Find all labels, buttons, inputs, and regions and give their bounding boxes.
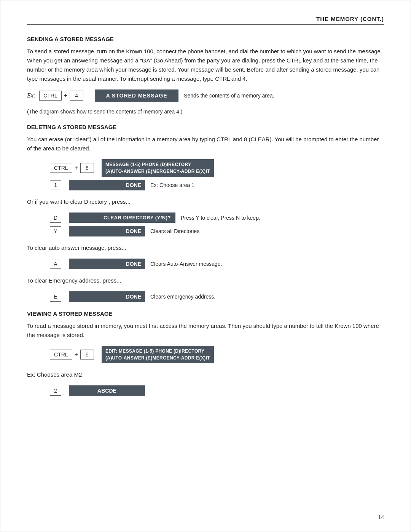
done-note-4: Clears emergency address. bbox=[150, 294, 215, 300]
ctrl5-group: CTRL + 5 EDIT: MESSAGE (1-5) PHONE (D)IR… bbox=[27, 346, 384, 363]
e-key: E bbox=[50, 292, 61, 302]
key2-group: 2 ABCDE bbox=[27, 385, 384, 396]
ctrl8-row: CTRL + 8 MESSAGE (1-5) PHONE (D)IRECTORY… bbox=[50, 159, 384, 177]
deleting-heading: DELETING A STORED MESSAGE bbox=[27, 124, 384, 130]
plus-sending: + bbox=[64, 92, 67, 99]
ctrl-key-sending: CTRL bbox=[39, 91, 62, 101]
key-e-row: E DONE Clears emergency address. bbox=[50, 291, 384, 302]
done-note-1: Ex: Choose area 1 bbox=[150, 182, 194, 188]
clear-dir-note: Press Y to clear, Press N to keep. bbox=[181, 215, 260, 221]
view-display-line1: EDIT: MESSAGE (1-5) PHONE (D)IRECTORY bbox=[105, 348, 204, 355]
a-key: A bbox=[50, 259, 61, 269]
done-bar-3: DONE bbox=[69, 259, 145, 269]
viewing-body: To read a message stored in memory, you … bbox=[27, 321, 384, 340]
plus-delete: + bbox=[75, 165, 78, 171]
section-viewing: VIEWING A STORED MESSAGE To read a messa… bbox=[27, 310, 384, 396]
page: THE MEMORY (CONT.) SENDING A STORED MESS… bbox=[0, 0, 411, 532]
done-note-2: Clears all Directories bbox=[150, 228, 199, 234]
done-bar-1: DONE bbox=[69, 180, 145, 190]
done-bar-4: DONE bbox=[69, 291, 145, 302]
num8-key: 8 bbox=[80, 163, 94, 173]
auto-answer-text: To clear auto answer message, press... bbox=[27, 243, 384, 252]
num1-key: 1 bbox=[50, 180, 61, 190]
page-title: THE MEMORY (CONT.) bbox=[316, 16, 384, 22]
emergency-text: To clear Emergency address, press... bbox=[27, 276, 384, 285]
ex-label: Ex: bbox=[27, 92, 35, 99]
done-bar-2: DONE bbox=[69, 226, 145, 236]
delete-display-line1: MESSAGE (1-5) PHONE (D)IRECTORY bbox=[105, 161, 191, 168]
y-key: Y bbox=[50, 226, 61, 236]
key2-row: 2 ABCDE bbox=[50, 385, 384, 396]
key-y-row: Y DONE Clears all Directories bbox=[50, 226, 384, 236]
num4-key: 4 bbox=[70, 91, 83, 101]
page-number: 14 bbox=[378, 514, 384, 520]
delete-display-line2: (A)UTO-ANSWER (E)MERGENCY-ADDR E(X)IT bbox=[105, 168, 210, 175]
section-deleting: DELETING A STORED MESSAGE You can erase … bbox=[27, 124, 384, 302]
ctrl-key-view: CTRL bbox=[50, 350, 72, 359]
plus-view: + bbox=[75, 351, 78, 358]
section-sending: SENDING A STORED MESSAGE To send a store… bbox=[27, 36, 384, 115]
abcde-display: ABCDE bbox=[69, 385, 145, 396]
key-d-row: D CLEAR DIRECTORY (Y/N)? Press Y to clea… bbox=[50, 212, 384, 223]
clear-dir-display: CLEAR DIRECTORY (Y/N)? bbox=[69, 212, 175, 223]
auto-answer-group: A DONE Clears Auto-Answer message. bbox=[27, 259, 384, 269]
sending-body: To send a stored message, turn on the Kr… bbox=[27, 47, 384, 83]
diagram-note: (The diagram shows how to send the conte… bbox=[27, 109, 384, 115]
ex-note: Ex: Chooses area M2 bbox=[27, 370, 384, 379]
deleting-body: You can erase (or “clear”) all of the in… bbox=[27, 135, 384, 153]
sending-heading: SENDING A STORED MESSAGE bbox=[27, 36, 384, 42]
num2-key: 2 bbox=[50, 386, 61, 396]
ctrl-key-delete: CTRL bbox=[50, 163, 72, 173]
d-key: D bbox=[50, 213, 61, 223]
sending-example-row: Ex: CTRL + 4 A STORED MESSAGE Sends the … bbox=[27, 89, 384, 102]
ctrl8-group: CTRL + 8 MESSAGE (1-5) PHONE (D)IRECTORY… bbox=[27, 159, 384, 190]
view-display-line2: (A)UTO-ANSWER (E)MERGENCY-ADDR E(X)IT bbox=[105, 355, 210, 361]
delete-display-multiline: MESSAGE (1-5) PHONE (D)IRECTORY (A)UTO-A… bbox=[102, 159, 214, 177]
or-text: Or if you want to clear Directory , pres… bbox=[27, 197, 384, 206]
page-header: THE MEMORY (CONT.) bbox=[27, 16, 384, 25]
stored-message-note: Sends the contents of a memory area. bbox=[184, 93, 274, 99]
done-note-3: Clears Auto-Answer message. bbox=[150, 261, 222, 267]
ctrl5-row: CTRL + 5 EDIT: MESSAGE (1-5) PHONE (D)IR… bbox=[50, 346, 384, 363]
view-display-multiline: EDIT: MESSAGE (1-5) PHONE (D)IRECTORY (A… bbox=[102, 346, 214, 363]
viewing-heading: VIEWING A STORED MESSAGE bbox=[27, 310, 384, 317]
key-a-row: A DONE Clears Auto-Answer message. bbox=[50, 259, 384, 269]
stored-message-display: A STORED MESSAGE bbox=[95, 89, 178, 102]
key1-row: 1 DONE Ex: Choose area 1 bbox=[50, 180, 384, 190]
dir-group: D CLEAR DIRECTORY (Y/N)? Press Y to clea… bbox=[27, 212, 384, 236]
emergency-group: E DONE Clears emergency address. bbox=[27, 291, 384, 302]
num5-key: 5 bbox=[80, 350, 94, 359]
